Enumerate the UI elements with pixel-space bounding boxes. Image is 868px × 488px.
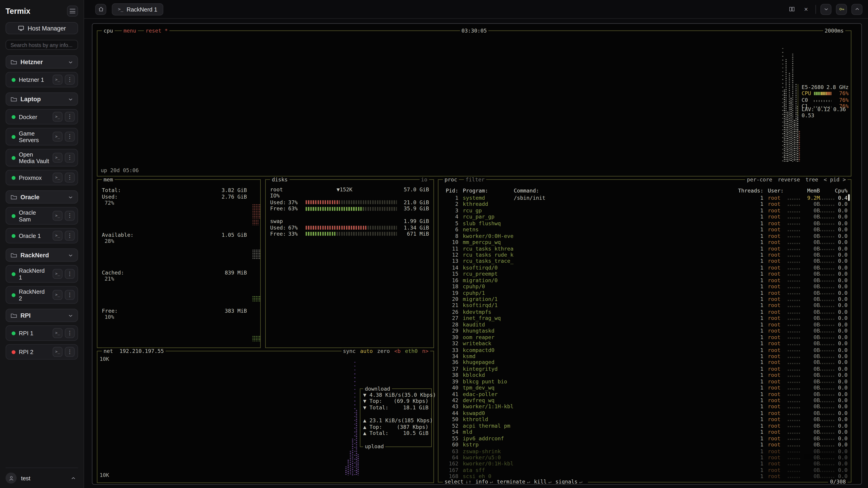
host-menu-button[interactable]: ⋮: [65, 269, 75, 279]
process-row[interactable]: 34ksmd1root0B0.0: [438, 353, 851, 359]
process-row[interactable]: 162kworker/0:1H-kbl1root0B0.0: [438, 460, 851, 467]
host-terminal-button[interactable]: >_: [53, 173, 63, 183]
collapse-panel-button[interactable]: [820, 4, 831, 15]
io-mode-toggle[interactable]: io: [419, 176, 429, 183]
process-row[interactable]: 29khungtaskd1root0B0.0: [438, 328, 851, 334]
process-row[interactable]: 26kdevtmpfs1root0B0.0: [438, 308, 851, 315]
host-menu-button[interactable]: ⋮: [65, 153, 75, 163]
host-manager-button[interactable]: Host Manager: [5, 22, 78, 34]
folder-collapse-button[interactable]: [65, 94, 75, 104]
host-menu-button[interactable]: ⋮: [65, 290, 75, 300]
proc-hint-info[interactable]: info: [475, 479, 488, 485]
process-row[interactable]: 33kcompactd01root0B0.0: [438, 347, 851, 353]
host-item-proxmox[interactable]: Proxmox>_⋮: [5, 170, 78, 186]
process-row[interactable]: 12rcu_tasks_rude_k1root0B0.0: [438, 252, 851, 258]
process-row[interactable]: 50kthrotld1root0B0.0: [438, 416, 851, 422]
process-row[interactable]: 8kworker/0:0H-eve1root0B0.0: [438, 233, 851, 239]
process-row[interactable]: 37kintegrityd1root0B0.0: [438, 365, 851, 372]
process-row[interactable]: 44kswapd01root0B0.0: [438, 410, 851, 416]
host-item-oracle-1[interactable]: Oracle 1>_⋮: [5, 228, 78, 243]
process-row[interactable]: 14ksoftirqd/01root0B0.0: [438, 264, 851, 271]
host-menu-button[interactable]: ⋮: [65, 347, 75, 357]
host-terminal-button[interactable]: >_: [53, 290, 63, 300]
process-row[interactable]: 2kthreadd1root0B0.0: [438, 201, 851, 207]
col-command[interactable]: Command:: [514, 188, 738, 194]
col-cpu[interactable]: Cpu%: [834, 188, 848, 194]
host-item-hetzner-1[interactable]: Hetzner 1>_⋮: [5, 72, 78, 88]
process-row[interactable]: 28kauditd1root0B0.0: [438, 321, 851, 328]
folder-oracle[interactable]: Oracle: [5, 190, 78, 203]
host-terminal-button[interactable]: >_: [53, 231, 63, 240]
proc-control-pid[interactable]: < pid >: [824, 176, 846, 183]
process-row[interactable]: 41edac-poller1root0B0.0: [438, 391, 851, 397]
process-row[interactable]: 13rcu_tasks_trace_1root0B0.0: [438, 258, 851, 264]
host-menu-button[interactable]: ⋮: [65, 132, 75, 142]
process-row[interactable]: 15rcu_preempt1root0B0.0: [438, 271, 851, 277]
host-menu-button[interactable]: ⋮: [65, 211, 75, 221]
host-terminal-button[interactable]: >_: [53, 269, 63, 279]
host-menu-button[interactable]: ⋮: [65, 328, 75, 338]
proc-hint-kill[interactable]: kill: [534, 479, 547, 485]
process-row[interactable]: 4rcu_par_gp1root0B0.0: [438, 214, 851, 220]
proc-hint-signals[interactable]: signals: [555, 479, 578, 485]
proc-control-reverse[interactable]: reverse: [778, 176, 800, 183]
process-row[interactable]: 54mld1root0B0.0: [438, 429, 851, 435]
process-row[interactable]: 40tpm_dev_wq1root0B0.0: [438, 385, 851, 391]
expand-panel-button[interactable]: [851, 4, 863, 15]
process-row[interactable]: 11rcu_tasks_kthrea1root0B0.0: [438, 246, 851, 252]
sidebar-menu-button[interactable]: [67, 5, 78, 17]
process-row[interactable]: 30oom_reaper1root0B0.0: [438, 334, 851, 340]
split-view-button[interactable]: [786, 4, 797, 14]
process-row[interactable]: 20migration/11root0B0.0: [438, 296, 851, 302]
process-row[interactable]: 3rcu_gp1root0B0.0: [438, 207, 851, 214]
proc-control-percore[interactable]: per-core: [747, 176, 772, 183]
host-item-racknerd-2[interactable]: RackNerd 2>_⋮: [5, 286, 78, 304]
host-terminal-button[interactable]: >_: [53, 75, 63, 85]
process-row[interactable]: 21ksoftirqd/11root0B0.0: [438, 302, 851, 308]
host-item-game-servers[interactable]: Game Servers>_⋮: [5, 128, 78, 145]
process-row[interactable]: 52acpi_thermal_pm1root0B0.0: [438, 422, 851, 429]
folder-laptop[interactable]: Laptop: [5, 92, 78, 106]
host-item-open-media-vault[interactable]: Open Media Vault>_⋮: [5, 149, 78, 166]
user-menu-button[interactable]: [68, 473, 78, 483]
host-terminal-button[interactable]: >_: [53, 328, 63, 338]
process-row[interactable]: 38kblockd1root0B0.0: [438, 372, 851, 378]
tab-racknerd-1[interactable]: >_ RackNerd 1: [112, 3, 163, 15]
folder-collapse-button[interactable]: [65, 192, 75, 202]
host-item-rpi-2[interactable]: RPI 2>_⋮: [5, 344, 78, 360]
host-item-oracle-sam[interactable]: Oracle Sam>_⋮: [5, 207, 78, 225]
process-row[interactable]: 10mm_percpu_wq1root0B0.0: [438, 239, 851, 246]
host-item-racknerd-1[interactable]: RackNerd 1>_⋮: [5, 265, 78, 283]
process-row[interactable]: 63zswap-shrink1root0B0.0: [438, 448, 851, 454]
proc-filter-button[interactable]: filter: [464, 176, 486, 183]
process-row[interactable]: 1systemd/sbin/init1root9.2M0.4: [438, 195, 851, 201]
process-row[interactable]: 60kstrp1root0B0.0: [438, 442, 851, 448]
user-row[interactable]: test: [5, 467, 78, 484]
process-row[interactable]: 19cpuhp/11root0B0.0: [438, 290, 851, 296]
folder-hetzner[interactable]: Hetzner: [5, 55, 78, 69]
col-user[interactable]: User:: [768, 188, 788, 194]
process-row[interactable]: 6netns1root0B0.0: [438, 226, 851, 233]
search-input[interactable]: [5, 40, 78, 50]
home-button[interactable]: [95, 4, 106, 15]
host-terminal-button[interactable]: >_: [53, 153, 63, 163]
process-row[interactable]: 43kworker/1:1H-kbl1root0B0.0: [438, 403, 851, 410]
process-row[interactable]: 167ata_sff1root0B0.0: [438, 467, 851, 473]
folder-racknerd[interactable]: RackNerd: [5, 249, 78, 262]
folder-collapse-button[interactable]: [65, 57, 75, 67]
process-row[interactable]: 5slub_flushwq1root0B0.0: [438, 220, 851, 226]
close-terminal-button[interactable]: ×: [801, 4, 811, 14]
terminal-view[interactable]: cpu menu reset * 03:30:05 2000ms E5-2680…: [92, 23, 862, 485]
process-row[interactable]: 32writeback1root0B0.0: [438, 340, 851, 347]
host-menu-button[interactable]: ⋮: [65, 75, 75, 85]
col-program[interactable]: Program:: [463, 188, 514, 194]
host-menu-button[interactable]: ⋮: [65, 173, 75, 183]
col-pid[interactable]: Pid:: [438, 188, 458, 194]
process-row[interactable]: 64kworker/u5:01root0B0.0: [438, 454, 851, 460]
process-row[interactable]: 36khugepaged1root0B0.0: [438, 359, 851, 365]
host-menu-button[interactable]: ⋮: [65, 112, 75, 122]
process-row[interactable]: 16migration/01root0B0.0: [438, 277, 851, 283]
process-row[interactable]: 27inet_frag_wq1root0B0.0: [438, 315, 851, 321]
process-row[interactable]: 55ipv6_addrconf1root0B0.0: [438, 435, 851, 442]
proc-control-tree[interactable]: tree: [805, 176, 818, 183]
